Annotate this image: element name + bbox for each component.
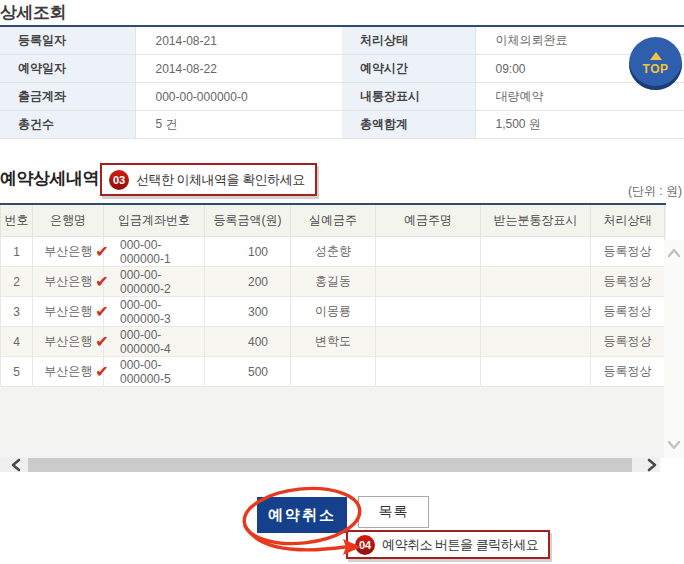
amount: 200 <box>205 267 291 297</box>
column-header: 실예금주 <box>291 205 376 237</box>
actual-holder: 성춘향 <box>291 237 376 267</box>
step-number-badge: 03 <box>109 170 129 190</box>
summary-label: 등록일자 <box>0 26 135 55</box>
guide-text: 선택한 이체내역을 확인하세요 <box>136 171 305 189</box>
status: 등록정상 <box>591 237 665 267</box>
account-number: 000-00-000000-2 <box>104 267 205 297</box>
page-title: 상세조회 <box>0 1 66 24</box>
account-number: 000-00-000000-5 <box>104 357 205 387</box>
row-number: 4 <box>1 327 33 357</box>
summary-label: 총건수 <box>0 111 135 139</box>
row-number: 3 <box>1 297 33 327</box>
column-header: 번호 <box>1 205 33 237</box>
passbook-note <box>481 297 591 327</box>
summary-value: 2014-08-21 <box>135 26 342 55</box>
status: 등록정상 <box>591 357 665 387</box>
summary-label: 출금계좌 <box>0 83 135 111</box>
bank-name: 부산은행✔ <box>33 297 104 327</box>
detail-table-header-row: 번호은행명입금계좌번호등록금액(원)실예금주예금주명받는분통장표시처리상태 <box>1 205 665 237</box>
chevron-right-icon[interactable] <box>638 458 662 472</box>
actual-holder <box>291 357 376 387</box>
passbook-note <box>481 357 591 387</box>
summary-row: 등록일자2014-08-21처리상태이체의뢰완료 <box>0 26 684 55</box>
passbook-note <box>481 327 591 357</box>
row-number: 1 <box>1 237 33 267</box>
summary-label: 처리상태 <box>342 26 475 55</box>
chevron-down-icon[interactable] <box>667 440 681 450</box>
table-row[interactable]: 3부산은행✔000-00-000000-3300이몽룡등록정상 <box>1 297 665 327</box>
arrow-up-icon <box>650 52 662 60</box>
check-icon: ✔ <box>95 334 108 350</box>
summary-row: 예약일자2014-08-22예약시간09:00 <box>0 55 684 83</box>
bank-name-label: 부산은행 <box>44 333 92 350</box>
summary-table: 등록일자2014-08-21처리상태이체의뢰완료예약일자2014-08-22예약… <box>0 25 684 139</box>
summary-row: 출금계좌000-00-000000-0내통장표시대량예약 <box>0 83 684 111</box>
summary-row: 총건수5 건총액합계1,500 원 <box>0 111 684 139</box>
depositor-name <box>376 297 481 327</box>
scroll-to-top-button[interactable]: TOP <box>629 37 682 90</box>
table-row[interactable]: 4부산은행✔000-00-000000-4400변학도등록정상 <box>1 327 665 357</box>
column-header: 받는분통장표시 <box>481 205 591 237</box>
check-icon: ✔ <box>95 364 108 380</box>
scrollbar-thumb[interactable] <box>28 458 632 472</box>
bank-name: 부산은행✔ <box>33 237 104 267</box>
top-button-label: TOP <box>643 62 669 76</box>
amount: 400 <box>205 327 291 357</box>
summary-value: 1,500 원 <box>475 111 684 139</box>
check-icon: ✔ <box>95 304 108 320</box>
check-icon: ✔ <box>95 274 108 290</box>
depositor-name <box>376 237 481 267</box>
table-row[interactable]: 1부산은행✔000-00-000000-1100성춘향등록정상 <box>1 237 665 267</box>
guide-callout-step3: 03 선택한 이체내역을 확인하세요 <box>100 163 317 196</box>
bank-name: 부산은행✔ <box>33 267 104 297</box>
depositor-name <box>376 267 481 297</box>
bank-name: 부산은행✔ <box>33 327 104 357</box>
status: 등록정상 <box>591 267 665 297</box>
bank-name-label: 부산은행 <box>44 243 92 260</box>
column-header: 등록금액(원) <box>205 205 291 237</box>
actual-holder: 변학도 <box>291 327 376 357</box>
unit-note: (단위 : 원) <box>628 183 682 200</box>
amount: 100 <box>205 237 291 267</box>
bank-name-label: 부산은행 <box>44 363 92 380</box>
chevron-left-icon[interactable] <box>6 458 30 472</box>
summary-value: 000-00-000000-0 <box>135 83 342 111</box>
column-header: 처리상태 <box>591 205 665 237</box>
passbook-note <box>481 267 591 297</box>
account-number: 000-00-000000-4 <box>104 327 205 357</box>
column-header: 은행명 <box>33 205 104 237</box>
table-row[interactable]: 5부산은행✔000-00-000000-5500등록정상 <box>1 357 665 387</box>
status: 등록정상 <box>591 297 665 327</box>
horizontal-scrollbar[interactable] <box>0 458 660 472</box>
summary-label: 예약시간 <box>342 55 475 83</box>
column-header: 입금계좌번호 <box>104 205 205 237</box>
summary-label: 총액합계 <box>342 111 475 139</box>
summary-value: 5 건 <box>135 111 342 139</box>
table-row[interactable]: 2부산은행✔000-00-000000-2200홍길동등록정상 <box>1 267 665 297</box>
row-number: 5 <box>1 357 33 387</box>
bank-name: 부산은행✔ <box>33 357 104 387</box>
depositor-name <box>376 357 481 387</box>
summary-value: 2014-08-22 <box>135 55 342 83</box>
amount: 300 <box>205 297 291 327</box>
row-number: 2 <box>1 267 33 297</box>
guide-text: 예약취소 버튼을 클릭하세요 <box>382 536 538 554</box>
step-number-badge: 04 <box>355 535 375 555</box>
cancel-reservation-button[interactable]: 예약취소 <box>257 497 347 533</box>
amount: 500 <box>205 357 291 387</box>
detail-table: 번호은행명입금계좌번호등록금액(원)실예금주예금주명받는분통장표시처리상태 1부… <box>0 205 665 387</box>
account-number: 000-00-000000-3 <box>104 297 205 327</box>
depositor-name <box>376 327 481 357</box>
chevron-up-icon[interactable] <box>667 248 681 258</box>
summary-label: 예약일자 <box>0 55 135 83</box>
passbook-note <box>481 237 591 267</box>
section-title: 예약상세내역 <box>0 167 99 190</box>
check-icon: ✔ <box>95 244 108 260</box>
account-number: 000-00-000000-1 <box>104 237 205 267</box>
summary-label: 내통장표시 <box>342 83 475 111</box>
column-header: 예금주명 <box>376 205 481 237</box>
detail-table-viewport: 번호은행명입금계좌번호등록금액(원)실예금주예금주명받는분통장표시처리상태 1부… <box>0 203 666 458</box>
list-button[interactable]: 목록 <box>358 496 429 528</box>
vertical-scrollbar[interactable] <box>664 240 684 458</box>
bank-name-label: 부산은행 <box>44 303 92 320</box>
